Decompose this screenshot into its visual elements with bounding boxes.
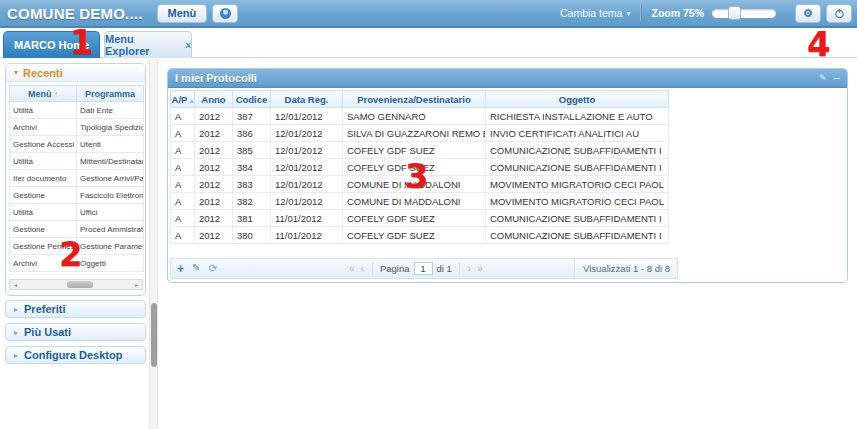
cell-oggetto[interactable]: RICHIESTA INSTALLAZIONE E AUTO	[486, 108, 669, 125]
last-page-icon[interactable]: »	[476, 263, 484, 274]
cell-codice[interactable]: 382	[233, 193, 271, 210]
recenti-row[interactable]: GestioneFascicolo Elettronico	[10, 187, 144, 204]
add-icon[interactable]: +	[177, 263, 184, 275]
cell-codice[interactable]: 380	[233, 227, 271, 244]
cell-ap[interactable]: A	[171, 193, 195, 210]
cell-codice[interactable]: 386	[233, 125, 271, 142]
cell-provenienza[interactable]: COFELY GDF SUEZ	[343, 210, 486, 227]
cell-codice[interactable]: 385	[233, 142, 271, 159]
next-page-icon[interactable]: ›	[467, 263, 472, 274]
recenti-row[interactable]: UtilitàUffici	[10, 204, 144, 221]
cell-data[interactable]: 12/01/2012	[271, 142, 343, 159]
recenti-row[interactable]: ArchiviTipologia Spedizione	[10, 119, 144, 136]
cell-provenienza[interactable]: COFELY GDF SUEZ	[343, 142, 486, 159]
cell-provenienza[interactable]: COFELY GDF SUEZ	[343, 159, 486, 176]
recenti-col-menu[interactable]: Menù ↑	[10, 86, 77, 102]
zoom-slider-thumb[interactable]	[728, 6, 741, 20]
change-theme-dropdown[interactable]: Cambia tema ▾	[560, 7, 630, 19]
cell-ap[interactable]: A	[171, 125, 195, 142]
scrollbar-thumb[interactable]	[67, 281, 93, 288]
table-row[interactable]: A201238612/01/2012SILVA DI GUAZZARONI RE…	[171, 125, 669, 142]
recenti-cell[interactable]: Utilità	[10, 153, 77, 170]
recenti-cell[interactable]: Gestione Permessi Z.T.L	[10, 238, 77, 255]
sidebar-item-configura-desktop[interactable]: ▸ Configura Desktop	[5, 346, 146, 364]
cell-anno[interactable]: 2012	[195, 176, 233, 193]
collapse-icon[interactable]: ─	[834, 74, 840, 83]
zoom-slider[interactable]	[712, 9, 776, 18]
recenti-row[interactable]: Gestione Permessi Z.T.LGestione Parametr…	[10, 238, 144, 255]
cell-ap[interactable]: A	[171, 176, 195, 193]
cell-ap[interactable]: A	[171, 210, 195, 227]
cell-codice[interactable]: 384	[233, 159, 271, 176]
recenti-col-programma[interactable]: Programma	[77, 86, 144, 102]
edit-icon[interactable]: ✎	[192, 263, 200, 275]
scroll-left-icon[interactable]: ◂	[10, 281, 21, 288]
col-oggetto[interactable]: Oggetto	[486, 91, 669, 108]
cell-anno[interactable]: 2012	[195, 159, 233, 176]
scroll-right-icon[interactable]: ▸	[131, 281, 142, 288]
sidebar-vertical-scrollbar[interactable]	[149, 59, 158, 429]
col-ap[interactable]: A/P ▴	[171, 91, 195, 108]
sidebar-item-preferiti[interactable]: ▸ Preferiti	[5, 300, 146, 318]
recenti-horizontal-scrollbar[interactable]: ◂ ▸	[9, 279, 143, 290]
scrollbar-thumb[interactable]	[151, 303, 157, 367]
recenti-row[interactable]: Iter documentoGestione Arrivi/Partenz	[10, 170, 144, 187]
page-number-input[interactable]	[413, 262, 432, 275]
recenti-cell[interactable]: Utilità	[10, 102, 77, 119]
quick-settings-button[interactable]	[212, 4, 238, 23]
recenti-cell[interactable]: Gestione Arrivi/Partenz	[77, 170, 144, 187]
recenti-cell[interactable]: Gestione Parametri	[77, 238, 144, 255]
cell-oggetto[interactable]: COMUNICAZIONE SUBAFFIDAMENTI I	[486, 142, 669, 159]
recenti-cell[interactable]: Proced Ammistrativi	[77, 221, 144, 238]
recenti-row[interactable]: UtilitàDati Ente	[10, 102, 144, 119]
recenti-cell[interactable]: Gestione Accessi	[10, 136, 77, 153]
cell-oggetto[interactable]: INVIO CERTIFICATI ANALITICI AU	[486, 125, 669, 142]
cell-provenienza[interactable]: SILVA DI GUAZZARONI REMO E ANNIBALI S	[343, 125, 486, 142]
cell-oggetto[interactable]: COMUNICAZIONE SUBAFFIDAMENTI I	[486, 159, 669, 176]
recenti-cell[interactable]: Iter documento	[10, 170, 77, 187]
recenti-cell[interactable]: Dati Ente	[77, 102, 144, 119]
cell-anno[interactable]: 2012	[195, 210, 233, 227]
cell-oggetto[interactable]: MOVIMENTO MIGRATORIO CECI PAOL	[486, 193, 669, 210]
cell-codice[interactable]: 383	[233, 176, 271, 193]
table-row[interactable]: A201238312/01/2012COMUNE DI MADDALONIMOV…	[171, 176, 669, 193]
edit-icon[interactable]: ✎	[819, 74, 827, 83]
recenti-cell[interactable]: Gestione	[10, 187, 77, 204]
sidebar-item-piu-usati[interactable]: ▸ Più Usati	[5, 323, 146, 341]
cell-codice[interactable]: 387	[233, 108, 271, 125]
col-anno[interactable]: Anno	[195, 91, 233, 108]
recenti-cell[interactable]: Uffici	[77, 204, 144, 221]
recenti-cell[interactable]: Utilità	[10, 204, 77, 221]
cell-data[interactable]: 12/01/2012	[271, 193, 343, 210]
cell-anno[interactable]: 2012	[195, 142, 233, 159]
recenti-row[interactable]: GestioneProced Ammistrativi	[10, 221, 144, 238]
recenti-cell[interactable]: Archivi	[10, 119, 77, 136]
recenti-cell[interactable]: Oggetti	[77, 255, 144, 272]
table-row[interactable]: A201238412/01/2012COFELY GDF SUEZCOMUNIC…	[171, 159, 669, 176]
cell-codice[interactable]: 381	[233, 210, 271, 227]
cell-oggetto[interactable]: MOVIMENTO MIGRATORIO CECI PAOL	[486, 176, 669, 193]
cell-provenienza[interactable]: SAMO GENNARO	[343, 108, 486, 125]
recenti-row[interactable]: UtilitàMittenti/Destinatari	[10, 153, 144, 170]
recenti-cell[interactable]: Utenti	[77, 136, 144, 153]
cell-anno[interactable]: 2012	[195, 193, 233, 210]
cell-provenienza[interactable]: COMUNE DI MADDALONI	[343, 193, 486, 210]
refresh-icon[interactable]: ⟳	[208, 263, 217, 275]
cell-ap[interactable]: A	[171, 227, 195, 244]
col-data-reg[interactable]: Data Reg.	[271, 91, 343, 108]
cell-ap[interactable]: A	[171, 142, 195, 159]
cell-anno[interactable]: 2012	[195, 125, 233, 142]
table-row[interactable]: A201238212/01/2012COMUNE DI MADDALONIMOV…	[171, 193, 669, 210]
cell-anno[interactable]: 2012	[195, 108, 233, 125]
menu-button[interactable]: Menù	[157, 4, 208, 23]
recenti-row[interactable]: Gestione AccessiUtenti	[10, 136, 144, 153]
cell-data[interactable]: 12/01/2012	[271, 176, 343, 193]
tab-marco-home[interactable]: MARCO Home	[3, 31, 100, 58]
recenti-cell[interactable]: Gestione	[10, 221, 77, 238]
first-page-icon[interactable]: «	[348, 263, 356, 274]
cell-provenienza[interactable]: COMUNE DI MADDALONI	[343, 176, 486, 193]
recenti-row[interactable]: ArchiviOggetti	[10, 255, 144, 272]
scrollbar-track[interactable]	[21, 280, 131, 289]
prev-page-icon[interactable]: ‹	[360, 263, 365, 274]
col-codice[interactable]: Codice	[233, 91, 271, 108]
